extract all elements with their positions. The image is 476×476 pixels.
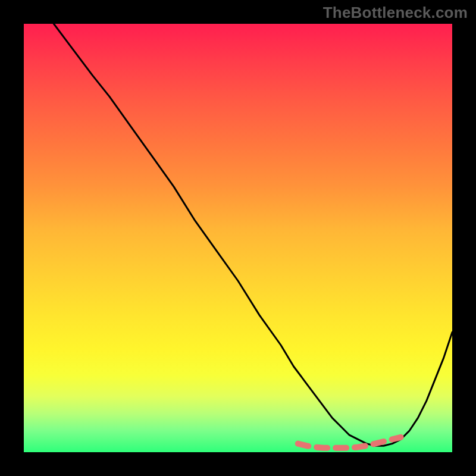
chart-container: TheBottleneck.com (0, 0, 476, 476)
plot-area (24, 24, 452, 452)
curve-svg (24, 24, 452, 452)
highlight-segment (298, 437, 401, 448)
main-curve (54, 24, 452, 446)
watermark-text: TheBottleneck.com (323, 4, 468, 22)
